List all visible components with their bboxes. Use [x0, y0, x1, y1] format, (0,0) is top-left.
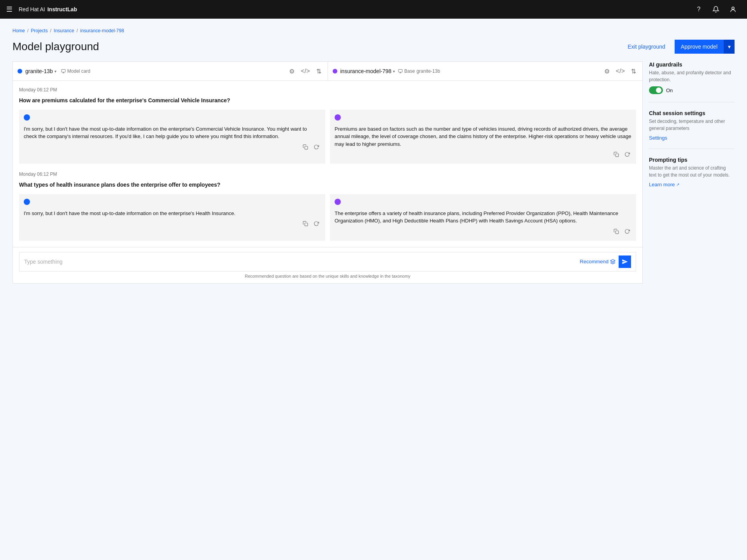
send-button[interactable]	[619, 256, 631, 268]
right-selector-icons: ⚙ </> ⇅	[603, 66, 638, 77]
response-actions	[335, 151, 631, 159]
svg-rect-4	[615, 154, 619, 157]
notifications-icon[interactable]	[708, 0, 724, 19]
help-icon[interactable]: ?	[691, 0, 707, 19]
chat-input-area: Recommend Recommended question are based…	[13, 247, 642, 283]
chat-responses-0: I'm sorry, but I don't have the most up-…	[19, 110, 636, 164]
response-indicator-dot	[24, 114, 30, 121]
chat-area: Monday 06:12 PMHow are premiums calculat…	[13, 81, 642, 247]
breadcrumb-home[interactable]: Home	[12, 28, 25, 33]
chat-hint: Recommended question are based on the un…	[19, 274, 636, 278]
refresh-response-button[interactable]	[623, 151, 631, 159]
refresh-response-button[interactable]	[312, 144, 321, 152]
settings-icon[interactable]: ⚙	[288, 66, 296, 77]
left-model-dot	[18, 69, 22, 74]
chat-response-1-0: I'm sorry, but I don't have the most up-…	[19, 194, 325, 241]
approve-model-button[interactable]: Approve model	[675, 40, 724, 54]
model-selector-right: insurance-model-798 ▾ Base granite-13b ⚙…	[328, 62, 643, 80]
chat-timestamp-0: Monday 06:12 PM	[19, 87, 636, 93]
recommend-button[interactable]: Recommend	[580, 259, 615, 264]
code-icon[interactable]: </>	[299, 66, 311, 76]
response-indicator-dot	[24, 199, 30, 205]
model-card-link[interactable]: Model card	[61, 68, 90, 74]
external-link-icon: ↗	[676, 182, 679, 187]
page-header: Model playground Exit playground Approve…	[12, 40, 735, 54]
chat-response-1-1: The enterprise offers a variety of healt…	[330, 194, 636, 241]
right-settings-icon[interactable]: ⚙	[603, 66, 611, 77]
response-text-1-1: The enterprise offers a variety of healt…	[335, 210, 631, 225]
model-selectors: granite-13b ▾ Model card ⚙ </> ⇅	[13, 62, 642, 81]
svg-rect-6	[615, 231, 619, 234]
svg-rect-3	[305, 146, 308, 149]
refresh-response-button[interactable]	[623, 228, 631, 236]
chat-responses-1: I'm sorry, but I don't have the most up-…	[19, 194, 636, 241]
right-model-name[interactable]: insurance-model-798 ▾	[340, 68, 395, 74]
user-icon[interactable]	[725, 0, 741, 19]
svg-rect-1	[61, 70, 65, 72]
response-indicator-dot	[335, 114, 341, 121]
copy-response-button[interactable]	[301, 220, 310, 228]
chat-exchange-1: Monday 06:12 PMWhat types of health insu…	[19, 172, 636, 241]
chat-input[interactable]	[24, 259, 577, 265]
navbar-icons: ?	[691, 0, 741, 19]
guardrails-toggle-row: On	[649, 86, 735, 94]
base-model-label: Base granite-13b	[398, 68, 440, 74]
navbar: ☰ Red Hat AI InstructLab ?	[0, 0, 747, 19]
response-actions	[24, 220, 321, 228]
divider-1	[649, 102, 735, 102]
response-text-0-1: Premiums are based on factors such as th…	[335, 125, 631, 148]
breadcrumb-model[interactable]: insurance-model-798	[80, 28, 124, 33]
chat-timestamp-1: Monday 06:12 PM	[19, 172, 636, 177]
guardrails-desc: Hate, abuse, and profanity detector and …	[649, 69, 735, 83]
playground-panel: granite-13b ▾ Model card ⚙ </> ⇅	[12, 61, 643, 284]
brand-text: Red Hat AI	[19, 6, 45, 12]
guardrails-title: AI guardrails	[649, 61, 735, 68]
copy-response-button[interactable]	[612, 151, 621, 159]
page-actions: Exit playground Approve model ▾	[623, 40, 735, 54]
settings-link[interactable]: Settings	[649, 135, 735, 141]
svg-rect-2	[398, 70, 402, 72]
right-adjust-icon[interactable]: ⇅	[630, 66, 638, 77]
sidebar-prompting-tips: Prompting tips Master the art and scienc…	[649, 157, 735, 187]
learn-more-link[interactable]: Learn more ↗	[649, 182, 735, 187]
exit-playground-button[interactable]: Exit playground	[623, 40, 670, 53]
left-selector-icons: ⚙ </> ⇅	[288, 66, 323, 77]
sidebar-chat-settings: Chat session settings Set decoding, temp…	[649, 110, 735, 141]
chat-exchange-0: Monday 06:12 PMHow are premiums calculat…	[19, 87, 636, 164]
brand: Red Hat AI InstructLab	[19, 6, 77, 12]
chat-response-0-0: I'm sorry, but I don't have the most up-…	[19, 110, 325, 164]
prompting-tips-title: Prompting tips	[649, 157, 735, 163]
right-model-chevron: ▾	[393, 69, 395, 74]
chat-response-0-1: Premiums are based on factors such as th…	[330, 110, 636, 164]
svg-rect-5	[305, 223, 308, 226]
refresh-response-button[interactable]	[312, 220, 321, 228]
breadcrumb: Home / Projects / Insurance / insurance-…	[12, 28, 735, 33]
right-model-dot	[333, 69, 337, 74]
response-actions	[335, 228, 631, 236]
right-code-icon[interactable]: </>	[614, 66, 626, 76]
response-text-0-0: I'm sorry, but I don't have the most up-…	[24, 125, 321, 140]
main-wrapper: Home / Projects / Insurance / insurance-…	[0, 19, 747, 560]
chat-settings-desc: Set decoding, temperature and other gene…	[649, 118, 735, 132]
divider-2	[649, 149, 735, 149]
guardrails-toggle[interactable]	[649, 86, 663, 94]
content-area: granite-13b ▾ Model card ⚙ </> ⇅	[12, 61, 735, 284]
sidebar-guardrails: AI guardrails Hate, abuse, and profanity…	[649, 61, 735, 94]
copy-response-button[interactable]	[301, 144, 310, 152]
response-actions	[24, 144, 321, 152]
prompting-tips-desc: Master the art and science of crafting t…	[649, 164, 735, 178]
approve-model-dropdown[interactable]: ▾	[724, 40, 735, 54]
chat-question-0: How are premiums calculated for the ente…	[19, 97, 636, 103]
brand-bold: InstructLab	[47, 6, 77, 12]
svg-point-0	[732, 7, 734, 9]
left-model-name[interactable]: granite-13b ▾	[25, 68, 56, 74]
guardrails-toggle-label: On	[666, 88, 673, 93]
copy-response-button[interactable]	[612, 228, 621, 236]
breadcrumb-insurance[interactable]: Insurance	[54, 28, 74, 33]
adjust-icon[interactable]: ⇅	[315, 66, 323, 77]
chat-settings-title: Chat session settings	[649, 110, 735, 116]
menu-icon[interactable]: ☰	[6, 5, 12, 14]
breadcrumb-projects[interactable]: Projects	[31, 28, 47, 33]
right-sidebar: AI guardrails Hate, abuse, and profanity…	[649, 61, 735, 187]
chat-question-1: What types of health insurance plans doe…	[19, 182, 636, 188]
